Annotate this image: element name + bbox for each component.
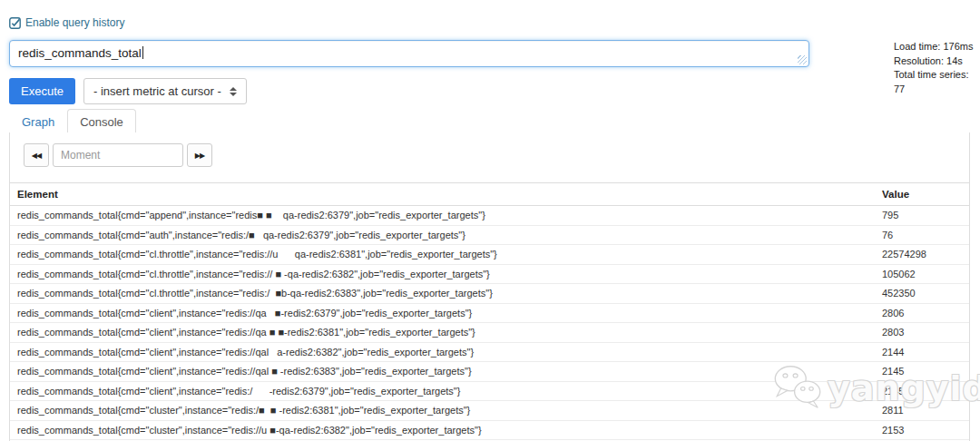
- value-cell: 2145: [875, 381, 969, 401]
- moment-prev-button[interactable]: ◀◀: [24, 143, 49, 167]
- table-row: redis_commands_total{cmd="client",instan…: [10, 362, 969, 382]
- table-row: redis_commands_total{cmd="auth",instance…: [10, 225, 969, 245]
- query-expression-input[interactable]: redis_commands_total: [9, 40, 809, 67]
- value-cell: 2145: [875, 362, 969, 382]
- select-updown-icon: [230, 87, 237, 96]
- element-column-header: Element: [10, 183, 875, 206]
- element-cell: redis_commands_total{cmd="cl.throttle",i…: [10, 284, 875, 304]
- table-row: redis_commands_total{cmd="client",instan…: [10, 342, 969, 362]
- results-table: Element Value redis_commands_total{cmd="…: [10, 182, 969, 441]
- table-row: redis_commands_total{cmd="cl.throttle",i…: [10, 264, 969, 284]
- value-cell: 795: [875, 206, 969, 226]
- query-stats: Load time: 176ms Resolution: 14s Total t…: [894, 40, 980, 96]
- table-row: redis_commands_total{cmd="client",instan…: [10, 323, 969, 343]
- element-cell: redis_commands_total{cmd="cl.throttle",i…: [10, 245, 875, 265]
- element-cell: redis_commands_total{cmd="client",instan…: [10, 342, 875, 362]
- table-row: redis_commands_total{cmd="cl.throttle",i…: [10, 284, 969, 304]
- element-cell: redis_commands_total{cmd="client",instan…: [10, 381, 875, 401]
- value-cell: 2803: [875, 323, 969, 343]
- checkbox-checked-icon: [9, 17, 21, 29]
- results-table-body: redis_commands_total{cmd="append",instan…: [10, 206, 969, 441]
- resolution: Resolution: 14s: [894, 54, 980, 69]
- element-cell: redis_commands_total{cmd="client",instan…: [10, 323, 875, 343]
- table-row: redis_commands_total{cmd="cl.throttle",i…: [10, 245, 969, 265]
- table-row: redis_commands_total{cmd="client",instan…: [10, 303, 969, 323]
- enable-query-history-toggle[interactable]: Enable query history: [9, 16, 124, 29]
- value-cell: 22574298: [875, 245, 969, 265]
- moment-controls: ◀◀ ▶▶: [23, 143, 969, 167]
- value-cell: 2806: [875, 303, 969, 323]
- query-expression-text: redis_commands_total: [18, 46, 142, 60]
- insert-metric-label: - insert metric at cursor -: [93, 84, 221, 98]
- element-cell: redis_commands_total{cmd="client",instan…: [10, 303, 875, 323]
- value-cell: 105062: [875, 264, 969, 284]
- element-cell: redis_commands_total{cmd="client",instan…: [10, 362, 875, 382]
- element-cell: redis_commands_total{cmd="append",instan…: [10, 206, 875, 226]
- query-actions: Execute - insert metric at cursor -: [9, 78, 247, 104]
- element-cell: redis_commands_total{cmd="cluster",insta…: [10, 420, 875, 440]
- element-cell: redis_commands_total{cmd="auth",instance…: [10, 225, 875, 245]
- element-cell: redis_commands_total{cmd="cluster",insta…: [10, 401, 875, 421]
- table-row: redis_commands_total{cmd="client",instan…: [10, 381, 969, 401]
- value-cell: 2153: [875, 420, 969, 440]
- load-time: Load time: 176ms: [894, 40, 980, 54]
- textarea-resize-grip[interactable]: [798, 55, 807, 64]
- enable-query-history-label: Enable query history: [25, 16, 124, 29]
- insert-metric-dropdown[interactable]: - insert metric at cursor -: [83, 78, 247, 104]
- table-header-row: Element Value: [10, 183, 969, 206]
- table-row: redis_commands_total{cmd="cluster",insta…: [10, 420, 969, 440]
- value-cell: 76: [875, 225, 969, 245]
- moment-next-button[interactable]: ▶▶: [187, 143, 212, 167]
- text-cursor: [142, 46, 143, 59]
- table-row: redis_commands_total{cmd="append",instan…: [10, 206, 969, 226]
- value-cell: 2144: [875, 342, 969, 362]
- value-column-header: Value: [875, 183, 969, 206]
- value-cell: 452350: [875, 284, 969, 304]
- moment-input[interactable]: [53, 143, 183, 167]
- value-cell: 2811: [875, 401, 969, 421]
- console-panel: ◀◀ ▶▶ Element Value redis_commands_total…: [9, 132, 970, 441]
- table-row: redis_commands_total{cmd="cluster",insta…: [10, 401, 969, 421]
- total-time-series: Total time series: 77: [894, 68, 980, 96]
- element-cell: redis_commands_total{cmd="cl.throttle",i…: [10, 264, 875, 284]
- execute-button[interactable]: Execute: [9, 78, 75, 104]
